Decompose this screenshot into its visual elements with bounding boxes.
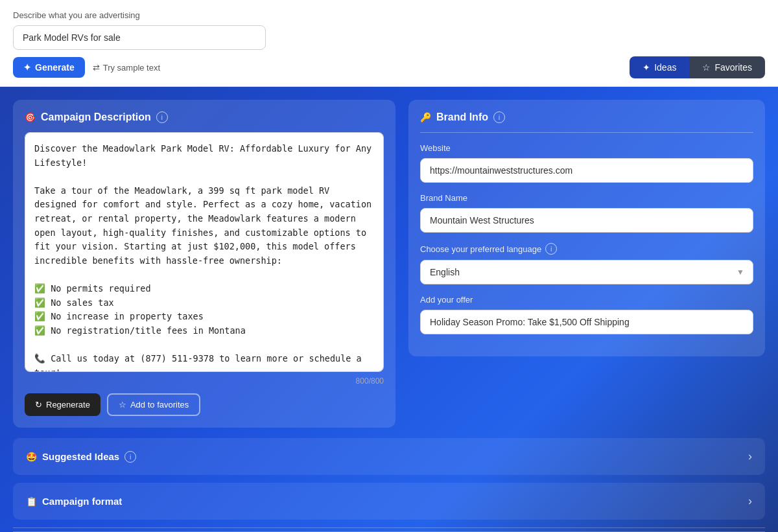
left-column: 🎯 Campaign Description i Discover the Me… (13, 100, 395, 428)
campaign-desc-info-icon[interactable]: i (156, 111, 168, 123)
campaign-format-divider (13, 527, 765, 528)
ideas-button[interactable]: ✦ Ideas (630, 56, 689, 78)
language-select-wrapper: English Spanish French German Portuguese… (420, 260, 753, 284)
brand-name-field-group: Brand Name (420, 193, 753, 233)
toolbar-left: ✦ Generate ⇄ Try sample text (13, 57, 160, 78)
website-field-group: Website (420, 143, 753, 183)
brand-info-divider (420, 132, 753, 133)
campaign-description-card: 🎯 Campaign Description i Discover the Me… (13, 100, 395, 428)
website-input[interactable] (420, 158, 753, 183)
describe-input[interactable] (13, 25, 266, 50)
shuffle-icon: ⇄ (93, 63, 100, 73)
suggested-ideas-emoji: 🤩 (26, 452, 37, 462)
bottom-sections: 🤩 Suggested Ideas i › 📋 Campaign format … (13, 438, 765, 528)
offer-field-group: Add your offer (420, 295, 753, 334)
suggested-ideas-chevron: › (748, 450, 752, 463)
language-label: Choose your preferred language i (420, 243, 753, 255)
right-column: 🔑 Brand Info i Website Brand Name Choose… (408, 100, 765, 428)
card-actions: ↻ Regenerate ☆ Add to favorites (25, 393, 384, 416)
campaign-format-row[interactable]: 📋 Campaign format › (13, 483, 765, 520)
toolbar: ✦ Generate ⇄ Try sample text ✦ Ideas ☆ F… (13, 56, 765, 78)
campaign-desc-emoji: 🎯 (25, 112, 36, 122)
language-info-icon[interactable]: i (545, 243, 557, 255)
suggested-ideas-info-icon[interactable]: i (124, 451, 136, 463)
suggested-ideas-title: Suggested Ideas (42, 451, 119, 462)
campaign-desc-header: 🎯 Campaign Description i (25, 111, 384, 123)
campaign-desc-title: Campaign Description (41, 111, 151, 123)
campaign-format-chevron: › (748, 494, 752, 508)
generate-icon: ✦ (23, 62, 31, 73)
sun-icon: ✦ (642, 62, 650, 73)
brand-info-emoji: 🔑 (420, 112, 431, 122)
char-count: 800/800 (25, 376, 384, 386)
toolbar-right: ✦ Ideas ☆ Favorites (630, 56, 765, 78)
campaign-format-title: Campaign format (42, 496, 122, 507)
top-bar: Describe what you are advertising ✦ Gene… (0, 0, 778, 87)
regenerate-button[interactable]: ↻ Regenerate (25, 393, 100, 416)
regen-icon: ↻ (35, 400, 42, 410)
describe-label: Describe what you are advertising (13, 10, 765, 20)
sample-text-button[interactable]: ⇄ Try sample text (93, 63, 160, 73)
suggested-ideas-left: 🤩 Suggested Ideas i (26, 451, 136, 463)
star-outline-icon: ☆ (119, 400, 126, 410)
website-label: Website (420, 143, 753, 153)
campaign-format-emoji: 📋 (26, 496, 37, 507)
add-favorites-button[interactable]: ☆ Add to favorites (107, 393, 200, 416)
two-column-layout: 🎯 Campaign Description i Discover the Me… (13, 100, 765, 428)
brand-info-header: 🔑 Brand Info i (420, 111, 753, 123)
star-icon: ☆ (702, 62, 711, 73)
campaign-desc-textarea[interactable]: Discover the Meadowlark Park Model RV: A… (25, 132, 384, 372)
campaign-format-left: 📋 Campaign format (26, 496, 122, 507)
offer-input[interactable] (420, 310, 753, 334)
brand-info-title: Brand Info (436, 111, 488, 123)
offer-label: Add your offer (420, 295, 753, 305)
favorites-button[interactable]: ☆ Favorites (689, 56, 765, 78)
brand-name-input[interactable] (420, 208, 753, 233)
brand-name-label: Brand Name (420, 193, 753, 203)
brand-info-icon[interactable]: i (493, 111, 505, 123)
main-area: 🎯 Campaign Description i Discover the Me… (0, 87, 778, 532)
language-select[interactable]: English Spanish French German Portuguese (420, 260, 753, 284)
suggested-ideas-row[interactable]: 🤩 Suggested Ideas i › (13, 438, 765, 475)
brand-info-card: 🔑 Brand Info i Website Brand Name Choose… (408, 100, 765, 356)
generate-button[interactable]: ✦ Generate (13, 57, 85, 78)
language-field-group: Choose your preferred language i English… (420, 243, 753, 284)
